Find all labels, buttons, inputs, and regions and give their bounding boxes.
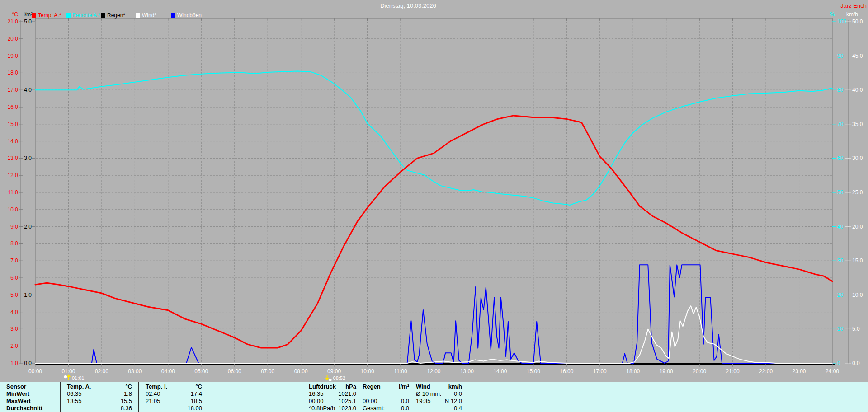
weather-chart-plot[interactable]: 00:0001:0002:0003:0004:0005:0006:0007:00…	[0, 0, 868, 382]
rain-axis-tick-label: 5.0	[24, 19, 32, 25]
temp-axis-tick-label: 14.0	[8, 138, 19, 145]
rain-axis-tick-label: 1.0	[24, 292, 32, 298]
arrow-down-icon	[326, 378, 329, 381]
wind-axis-tick-label: 15.0	[852, 258, 863, 264]
table-row-label: MaxWert	[6, 398, 31, 404]
x-axis-tick-label: 03:00	[128, 368, 142, 375]
table-separator	[304, 382, 304, 412]
x-axis-line	[35, 364, 835, 365]
table-value-temp-a: 1.8	[82, 391, 132, 397]
temp-axis-tick-label: 17.0	[8, 87, 19, 93]
x-axis-tick-label: 05:00	[194, 368, 208, 375]
temp-axis-tick-label: 1.0	[10, 360, 18, 366]
table-value-luftdruck: 1021.0	[307, 391, 356, 397]
temp-axis-tick-label: 10.0	[8, 206, 19, 213]
table-value-wind: 0.0	[412, 391, 462, 397]
wind-axis-tick-label: 0.0	[852, 360, 860, 366]
temp-axis-tick-label: 6.0	[10, 275, 18, 281]
wind-axis-tick-label: 30.0	[852, 155, 863, 161]
temp-axis-tick-label: 2.0	[10, 343, 18, 349]
table-value-regen: 0.0	[359, 405, 409, 412]
table-value-temp-i: 18.00	[152, 405, 202, 412]
wind-axis-tick-label: 5.0	[852, 326, 860, 332]
x-axis-tick-label: 13:00	[460, 368, 474, 375]
table-unit-temp-a: °C	[82, 384, 132, 390]
time-marker-label: 01:01	[72, 375, 85, 381]
rain-axis-tick-label: 2.0	[24, 224, 32, 230]
table-unit-wind: km/h	[412, 384, 462, 390]
humidity-axis-tick-label: 20	[837, 292, 844, 298]
moon-dot-icon	[64, 375, 67, 378]
x-axis-tick-label: 21:00	[726, 368, 740, 375]
temp-axis-tick-label: 15.0	[8, 121, 19, 127]
table-separator	[138, 382, 139, 412]
temp-axis-tick-label: 9.0	[10, 224, 18, 230]
x-axis-tick-label: 00:00	[28, 368, 42, 375]
humidity-axis-tick-label: 90	[837, 53, 844, 59]
moon-dot-icon	[329, 379, 332, 381]
humidity-axis-tick-label: 30	[837, 258, 844, 264]
time-marker-label: 08:52	[333, 375, 346, 381]
table-unit-luftdruck: hPa	[307, 384, 356, 390]
x-axis-tick-label: 02:00	[95, 368, 108, 375]
x-axis-tick-label: 17:00	[593, 368, 607, 375]
table-value-temp-a: 8.36	[82, 405, 132, 412]
rain-axis-tick-label: 3.0	[24, 155, 32, 161]
x-axis-tick-label: 20:00	[693, 368, 706, 375]
table-value-luftdruck: 1025.1	[307, 398, 356, 404]
table-unit-temp-i: °C	[152, 384, 202, 390]
temp-axis-tick-label: 4.0	[10, 309, 18, 315]
x-axis-tick-label: 07:00	[261, 368, 274, 375]
x-axis-tick-label: 24:00	[826, 368, 839, 375]
humidity-axis-tick-label: 50	[837, 189, 844, 196]
table-separator	[207, 382, 207, 412]
x-axis-tick-label: 15:00	[527, 368, 540, 375]
table-row-label: MinWert	[6, 391, 29, 397]
humidity-axis-tick-label: 100	[837, 19, 846, 25]
x-axis-tick-label: 22:00	[759, 368, 773, 375]
stats-table: SensorMinWertMaxWertDurchschnittTemp. A.…	[0, 382, 868, 412]
table-separator	[60, 382, 61, 412]
temp-axis-tick-label: 20.0	[8, 36, 19, 42]
table-value-temp-i: 18.5	[152, 398, 202, 404]
temp-axis-tick-label: 12.0	[8, 172, 19, 178]
humidity-axis-tick-label: 0	[837, 360, 840, 366]
x-axis-tick-label: 18:00	[626, 368, 640, 375]
temp-axis-tick-label: 18.0	[8, 70, 19, 76]
x-axis-tick-label: 11:00	[394, 368, 407, 375]
x-axis-tick-label: 06:00	[228, 368, 241, 375]
wind-axis-tick-label: 10.0	[852, 292, 863, 298]
temp-axis-tick-label: 21.0	[8, 19, 19, 25]
table-value-wind: N 12.0	[412, 398, 462, 404]
table-time-temp-a: 06:35	[67, 391, 82, 397]
table-time-temp-a: 13:55	[67, 398, 82, 404]
temp-axis-tick-label: 7.0	[10, 258, 18, 264]
table-separator	[359, 382, 359, 412]
x-axis-tick-label: 10:00	[361, 368, 374, 375]
time-marker: 01:01	[64, 374, 85, 381]
x-axis-tick-label: 19:00	[660, 368, 673, 375]
rain-axis-tick-label: 4.0	[24, 87, 32, 93]
temp-axis-tick-label: 11.0	[8, 189, 19, 196]
table-unit-regen: l/m²	[359, 384, 409, 390]
wind-axis-tick-label: 40.0	[852, 87, 863, 93]
x-axis-tick-label: 08:00	[294, 368, 308, 375]
temp-axis-tick-label: 8.0	[10, 240, 18, 247]
table-value-temp-a: 15.5	[82, 398, 132, 404]
wind-axis-tick-label: 20.0	[852, 224, 863, 230]
x-axis-tick-label: 12:00	[427, 368, 440, 375]
wind-axis-tick-label: 35.0	[852, 121, 863, 127]
wind-axis-tick-label: 50.0	[852, 19, 863, 25]
x-axis-tick-label: 01:00	[61, 368, 75, 375]
table-value-luftdruck: 1023.0	[307, 405, 356, 412]
temp-axis-tick-label: 16.0	[8, 104, 19, 110]
table-value-wind: 0.4	[412, 405, 462, 412]
weather-app-window: Dienstag, 10.03.2026 Jarz Erich °C l/m² …	[0, 0, 868, 412]
table-value-temp-i: 17.4	[152, 391, 202, 397]
humidity-axis-tick-label: 80	[837, 87, 844, 93]
humidity-axis-tick-label: 70	[837, 121, 844, 127]
x-axis-tick-label: 23:00	[793, 368, 806, 375]
x-axis-tick-label: 14:00	[493, 368, 507, 375]
table-row-label: Sensor	[6, 384, 26, 390]
x-axis-tick-label: 09:00	[327, 368, 341, 375]
